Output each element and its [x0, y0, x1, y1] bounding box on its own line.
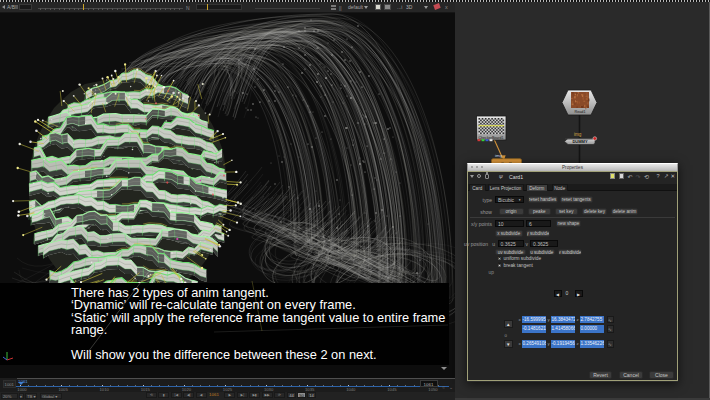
svg-text:CheckerBoard1: CheckerBoard1 [479, 136, 504, 140]
svg-text:DUMMY: DUMMY [572, 139, 587, 144]
svg-text:Read1: Read1 [574, 110, 585, 114]
svg-text:img: img [574, 132, 582, 137]
svg-text:img: img [495, 153, 503, 158]
